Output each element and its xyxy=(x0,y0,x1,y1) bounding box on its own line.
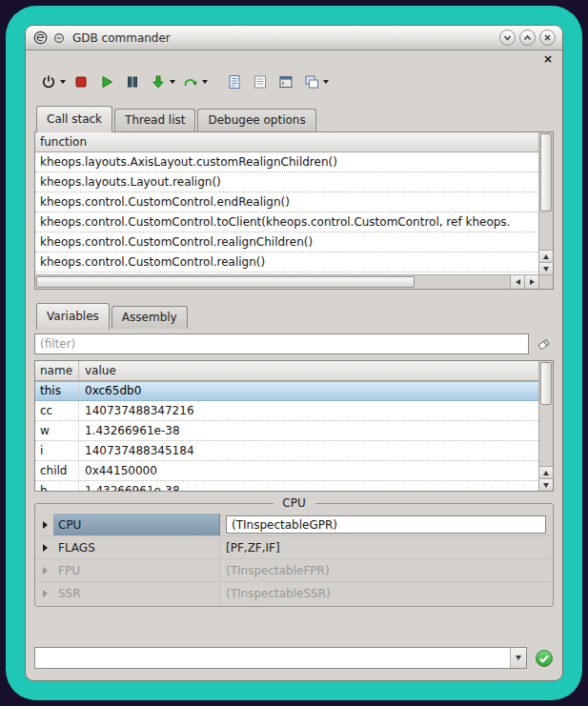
arrow-down-icon xyxy=(150,73,167,91)
cpu-row[interactable]: FLAGS [PF,ZF,IF] xyxy=(36,536,552,559)
play-icon xyxy=(98,73,115,91)
callstack-vertical-scrollbar[interactable] xyxy=(538,132,553,274)
confirm-button[interactable] xyxy=(535,649,554,668)
variable-row[interactable]: this 0xc65db0 xyxy=(35,381,538,401)
close-button[interactable] xyxy=(539,30,556,46)
combobox-dropdown-button[interactable] xyxy=(510,648,526,668)
clear-filter-icon[interactable] xyxy=(535,334,554,353)
variable-name: this xyxy=(35,381,79,400)
variables-vertical-scrollbar[interactable] xyxy=(538,361,553,491)
scroll-down-button[interactable] xyxy=(539,478,553,491)
arrow-up-icon xyxy=(543,254,549,259)
stop-icon xyxy=(72,73,90,91)
cpu-groupbox: CPU CPU (TInspectableGPR) FLAGS [PF,ZF,I… xyxy=(34,503,554,607)
list-icon xyxy=(252,73,269,91)
variable-value: 0x44150000 xyxy=(79,461,538,480)
toolbar xyxy=(34,68,554,96)
callstack-row[interactable]: kheops.control.CustomControl.toClient(kh… xyxy=(35,212,538,232)
variable-row[interactable]: i 140737488345184 xyxy=(35,441,538,461)
tab-assembly[interactable]: Assembly xyxy=(112,306,188,329)
windows-icon xyxy=(303,73,320,91)
scroll-left-button[interactable] xyxy=(510,275,524,289)
scrollbar-corner xyxy=(538,274,553,289)
cpu-register-value: (TInspectableGPR) xyxy=(220,514,552,535)
scroll-up-button[interactable] xyxy=(539,466,553,478)
scroll-right-button[interactable] xyxy=(524,275,538,289)
cpu-register-value: (TInspectableFPR) xyxy=(220,559,552,581)
command-row xyxy=(34,637,554,669)
cpu-row[interactable]: FPU (TInspectableFPR) xyxy=(36,559,552,582)
cpu-row[interactable]: CPU (TInspectableGPR) xyxy=(36,514,552,536)
arrow-down-icon xyxy=(543,483,549,488)
callstack-horizontal-scrollbar[interactable] xyxy=(35,274,538,289)
step-down-menu-caret-icon[interactable] xyxy=(170,80,175,84)
tab-call-stack[interactable]: Call stack xyxy=(36,106,112,132)
step-down-button[interactable] xyxy=(148,71,169,92)
callstack-row[interactable]: kheops.layouts.AxisLayout.customRealignC… xyxy=(35,152,538,172)
source-document-button[interactable] xyxy=(224,71,245,92)
scrollbar-thumb[interactable] xyxy=(540,362,552,405)
column-header-value[interactable]: value xyxy=(79,361,538,380)
window-title: GDB commander xyxy=(72,31,171,45)
cpu-register-name[interactable]: CPU xyxy=(53,514,220,535)
command-combobox[interactable] xyxy=(34,647,527,669)
arrow-down-icon xyxy=(543,267,549,272)
expand-arrow-icon[interactable] xyxy=(36,514,53,535)
console-window-button[interactable] xyxy=(275,71,296,92)
callstack-panel: function kheops.layouts.AxisLayout.custo… xyxy=(34,131,554,290)
stop-button[interactable] xyxy=(71,71,91,92)
titlebar[interactable]: GDB commander xyxy=(26,26,562,50)
list-button[interactable] xyxy=(250,71,271,92)
dock-close-button[interactable]: × xyxy=(543,54,554,64)
tab-debugee-options[interactable]: Debugee options xyxy=(197,109,315,131)
cpu-register-name[interactable]: FLAGS xyxy=(53,536,220,558)
arrow-up-icon xyxy=(543,471,549,475)
gdb-commander-window: GDB commander × xyxy=(25,25,563,681)
continue-button[interactable] xyxy=(96,71,117,92)
callstack-column-header: function xyxy=(35,132,538,152)
callstack-row[interactable]: kheops.control.CustomControl.realignChil… xyxy=(35,232,538,252)
cpu-register-name[interactable]: SSR xyxy=(53,582,220,605)
variable-name: w xyxy=(35,421,79,440)
variable-row[interactable]: b 1.43266961e-38 xyxy=(35,481,538,491)
callstack-row[interactable]: kheops.layouts.Layout.realign() xyxy=(35,172,538,192)
variable-row[interactable]: w 1.43266961e-38 xyxy=(35,421,538,441)
filter-input[interactable] xyxy=(34,333,529,354)
callstack-row[interactable]: kheops.control.CustomControl.realign() xyxy=(35,252,538,272)
callstack-row[interactable]: kheops.control.CustomControl.endRealign(… xyxy=(35,192,538,212)
power-button[interactable] xyxy=(38,71,59,92)
cpu-value-field[interactable]: (TInspectableGPR) xyxy=(226,515,546,534)
windows-layout-button[interactable] xyxy=(301,71,322,92)
power-menu-caret-icon[interactable] xyxy=(60,80,66,84)
app-subicon xyxy=(53,32,65,44)
maximize-button[interactable] xyxy=(519,30,536,46)
command-input[interactable] xyxy=(35,648,510,668)
variables-panel: name value this 0xc65db0 cc 140737488347… xyxy=(34,360,554,492)
scrollbar-thumb[interactable] xyxy=(36,276,415,288)
step-over-menu-caret-icon[interactable] xyxy=(202,80,208,84)
cpu-register-name[interactable]: FPU xyxy=(53,559,220,581)
variables-header-row: name value xyxy=(35,361,538,381)
arrow-left-icon xyxy=(516,279,520,285)
scrollbar-thumb[interactable] xyxy=(540,133,552,212)
expand-arrow-icon[interactable] xyxy=(36,536,53,558)
scroll-down-button[interactable] xyxy=(539,262,553,274)
scroll-up-button[interactable] xyxy=(539,250,553,262)
windows-layout-menu-caret-icon[interactable] xyxy=(323,80,329,84)
variable-name: cc xyxy=(35,401,79,420)
cpu-register-value: [PF,ZF,IF] xyxy=(220,536,552,558)
pause-button[interactable] xyxy=(122,71,143,92)
column-header-name[interactable]: name xyxy=(35,361,79,380)
power-icon xyxy=(40,73,57,91)
variable-row[interactable]: cc 140737488347216 xyxy=(35,401,538,421)
cpu-register-value: (TInspectableSSR) xyxy=(220,582,552,605)
variable-row[interactable]: child 0x44150000 xyxy=(35,461,538,481)
cpu-group-title: CPU xyxy=(273,496,314,510)
shade-button[interactable] xyxy=(499,30,516,46)
expand-arrow-icon[interactable] xyxy=(36,582,53,605)
tab-thread-list[interactable]: Thread list xyxy=(114,109,195,131)
tab-variables[interactable]: Variables xyxy=(36,303,110,330)
cpu-row[interactable]: SSR (TInspectableSSR) xyxy=(36,582,552,605)
expand-arrow-icon[interactable] xyxy=(36,559,53,581)
step-over-button[interactable] xyxy=(180,71,201,92)
